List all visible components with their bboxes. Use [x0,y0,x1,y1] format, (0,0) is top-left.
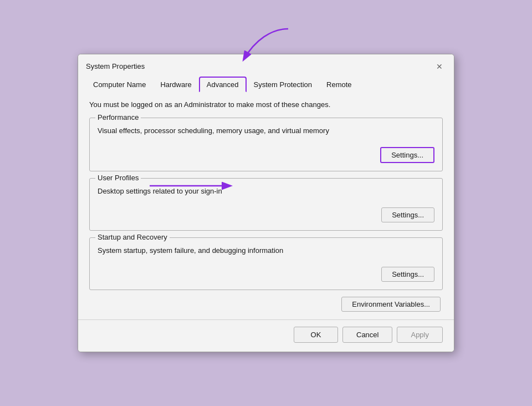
tab-system-protection[interactable]: System Protection [247,77,320,92]
dialog-title: System Properties [86,62,145,70]
performance-settings-row: Settings... [98,147,434,163]
tabs-bar: Computer Name Hardware Advanced System P… [78,73,454,92]
dialog-footer: OK Cancel Apply [78,319,454,352]
apply-button[interactable]: Apply [397,327,443,343]
close-button[interactable]: ✕ [433,60,446,73]
cancel-button[interactable]: Cancel [342,327,392,343]
content-area: You must be logged on as an Administrato… [78,92,454,320]
startup-recovery-group-label: Startup and Recovery [95,233,170,241]
tab-computer-name[interactable]: Computer Name [86,77,153,92]
dialog-wrapper: System Properties ✕ Computer Name Hardwa… [78,54,454,353]
user-profiles-group: User Profiles Desktop settings related t… [89,178,443,231]
user-profiles-settings-button[interactable]: Settings... [381,207,434,222]
system-properties-dialog: System Properties ✕ Computer Name Hardwa… [78,54,454,353]
startup-recovery-group: Startup and Recovery System startup, sys… [89,237,443,290]
performance-description: Visual effects, processor scheduling, me… [98,126,434,136]
tab-hardware[interactable]: Hardware [153,77,198,92]
ok-button[interactable]: OK [294,327,338,343]
performance-group-label: Performance [95,113,141,121]
user-profiles-description: Desktop settings related to your sign-in [98,186,434,196]
env-variables-button[interactable]: Environment Variables... [341,297,441,312]
user-profiles-group-label: User Profiles [95,174,141,182]
user-profiles-settings-row: Settings... [98,207,434,222]
startup-recovery-description: System startup, system failure, and debu… [98,246,434,256]
title-bar: System Properties ✕ [78,54,454,73]
env-variables-row: Environment Variables... [89,297,443,312]
startup-recovery-settings-button[interactable]: Settings... [381,267,434,282]
tab-advanced[interactable]: Advanced [199,77,247,92]
performance-settings-button[interactable]: Settings... [380,147,434,163]
startup-recovery-settings-row: Settings... [98,267,434,282]
tab-remote[interactable]: Remote [319,77,359,92]
info-text: You must be logged on as an Administrato… [89,100,443,110]
performance-group: Performance Visual effects, processor sc… [89,118,443,171]
